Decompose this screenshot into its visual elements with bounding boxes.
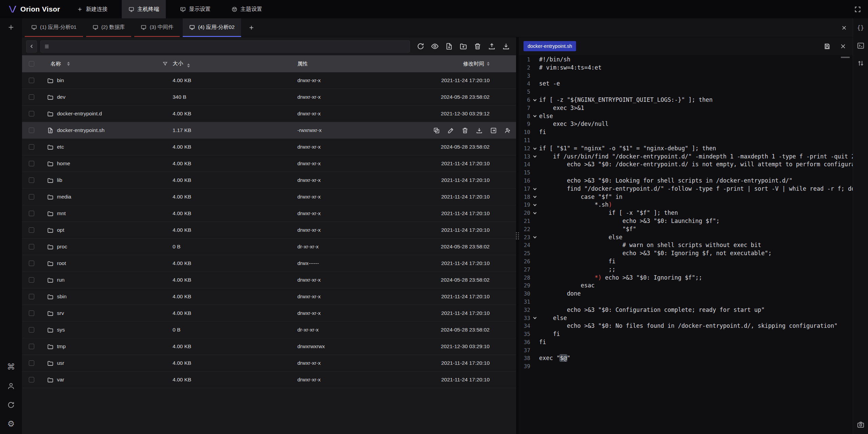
fold-toggle-icon[interactable]	[530, 362, 539, 371]
refresh-icon[interactable]	[417, 42, 425, 50]
row-checkbox[interactable]	[29, 277, 34, 283]
fold-toggle-icon[interactable]	[530, 56, 539, 64]
fold-toggle-icon[interactable]	[530, 80, 539, 88]
upload-icon[interactable]	[488, 42, 496, 50]
table-row[interactable]: dev 340 B drwxr-xr-x 2024-05-28 23:58:02	[22, 89, 516, 106]
table-row[interactable]: run 4.00 KB drwxr-xr-x 2024-05-28 23:58:…	[22, 272, 516, 288]
fold-toggle-icon[interactable]	[530, 112, 539, 120]
fold-toggle-icon[interactable]	[530, 193, 539, 201]
delete-icon[interactable]	[474, 42, 481, 50]
row-checkbox[interactable]	[29, 194, 34, 200]
row-checkbox[interactable]	[29, 377, 34, 382]
snippet-braces-icon[interactable]: {}	[856, 23, 865, 33]
code-area[interactable]: 1 #!/bin/sh 2 # vim:sw=4:ts=4:et 3 4 set…	[519, 55, 853, 434]
sort-size-icon[interactable]	[187, 63, 190, 68]
close-tabs-icon[interactable]	[841, 24, 847, 31]
fold-toggle-icon[interactable]	[530, 298, 539, 306]
fold-toggle-icon[interactable]	[530, 330, 539, 338]
table-row[interactable]: home 4.00 KB drwxr-xr-x 2021-11-24 17:20…	[22, 155, 516, 172]
edit-icon[interactable]	[447, 127, 454, 134]
column-size[interactable]: 大小	[173, 60, 297, 68]
row-delete-icon[interactable]	[461, 127, 469, 134]
table-row[interactable]: docker-entrypoint.d 4.00 KB drwxr-xr-x 2…	[22, 106, 516, 122]
table-row[interactable]: docker-entrypoint.sh 1.17 KB -rwxrwxr-x …	[22, 122, 516, 139]
fold-toggle-icon[interactable]	[530, 120, 539, 128]
terminal-panel-icon[interactable]	[856, 41, 865, 50]
row-checkbox[interactable]	[29, 344, 34, 349]
new-panel-plus-icon[interactable]	[6, 22, 16, 32]
fold-toggle-icon[interactable]	[530, 64, 539, 72]
tab-app-analysis-01[interactable]: (1) 应用-分析01	[25, 18, 83, 37]
fold-toggle-icon[interactable]	[530, 201, 539, 209]
fold-toggle-icon[interactable]	[530, 266, 539, 274]
row-checkbox[interactable]	[29, 128, 34, 133]
row-checkbox[interactable]	[29, 360, 34, 366]
save-icon[interactable]	[824, 43, 831, 50]
fullscreen-icon[interactable]	[854, 6, 861, 13]
fold-toggle-icon[interactable]	[530, 185, 539, 193]
fold-toggle-icon[interactable]	[530, 274, 539, 282]
panel-splitter[interactable]	[516, 37, 519, 434]
table-row[interactable]: usr 4.00 KB drwxr-xr-x 2021-11-24 17:20:…	[22, 355, 516, 372]
row-checkbox[interactable]	[29, 111, 34, 116]
table-row[interactable]: var 4.00 KB drwxr-xr-x 2021-11-24 17:20:…	[22, 372, 516, 388]
fold-toggle-icon[interactable]	[530, 249, 539, 258]
fold-toggle-icon[interactable]	[530, 338, 539, 346]
move-icon[interactable]	[490, 127, 497, 134]
column-modified[interactable]: 修改时间	[433, 60, 516, 68]
table-row[interactable]: bin 4.00 KB drwxr-xr-x 2021-11-24 17:20:…	[22, 72, 516, 89]
fold-toggle-icon[interactable]	[530, 104, 539, 112]
close-editor-icon[interactable]	[840, 43, 847, 50]
table-row[interactable]: proc 0 B dr-xr-xr-x 2024-05-28 23:58:02	[22, 239, 516, 255]
row-download-icon[interactable]	[476, 127, 483, 134]
table-row[interactable]: sbin 4.00 KB drwxr-xr-x 2021-11-24 17:20…	[22, 288, 516, 305]
fold-toggle-icon[interactable]	[530, 169, 539, 177]
new-tab-button[interactable]	[248, 24, 255, 31]
row-checkbox[interactable]	[29, 161, 34, 166]
fold-toggle-icon[interactable]	[530, 354, 539, 362]
fold-toggle-icon[interactable]	[530, 88, 539, 96]
row-checkbox[interactable]	[29, 310, 34, 316]
fold-toggle-icon[interactable]	[530, 128, 539, 136]
sort-name-icon[interactable]	[67, 62, 70, 66]
row-checkbox[interactable]	[29, 211, 34, 216]
row-checkbox[interactable]	[29, 177, 34, 183]
row-checkbox[interactable]	[29, 94, 34, 100]
screenshot-camera-icon[interactable]	[856, 420, 865, 429]
command-shortcut-icon[interactable]: ⌘	[6, 362, 16, 372]
row-checkbox[interactable]	[29, 327, 34, 333]
row-checkbox[interactable]	[29, 144, 34, 150]
tab-database[interactable]: (2) 数据库	[86, 18, 132, 37]
row-checkbox[interactable]	[29, 244, 34, 249]
user-icon[interactable]	[6, 381, 16, 391]
new-file-icon[interactable]	[445, 42, 453, 50]
row-checkbox[interactable]	[29, 294, 34, 299]
settings-gear-icon[interactable]: ⚙	[6, 419, 16, 429]
fold-toggle-icon[interactable]	[530, 145, 539, 153]
fold-toggle-icon[interactable]	[530, 241, 539, 249]
list-icon[interactable]	[44, 44, 50, 49]
table-row[interactable]: opt 4.00 KB drwxr-xr-x 2021-11-24 17:20:…	[22, 222, 516, 239]
back-button[interactable]	[26, 40, 37, 53]
download-icon[interactable]	[502, 42, 510, 50]
fold-toggle-icon[interactable]	[530, 153, 539, 161]
table-row[interactable]: lib 4.00 KB drwxr-xr-x 2021-11-24 17:20:…	[22, 172, 516, 189]
table-row[interactable]: tmp 4.00 KB drwxrwxrwx 2021-12-30 03:29:…	[22, 338, 516, 355]
new-folder-icon[interactable]	[459, 42, 467, 50]
fold-toggle-icon[interactable]	[530, 217, 539, 225]
fold-toggle-icon[interactable]	[530, 282, 539, 290]
column-name[interactable]: 名称	[41, 60, 173, 68]
row-checkbox[interactable]	[29, 261, 34, 266]
select-all-checkbox[interactable]	[29, 61, 34, 67]
table-row[interactable]: srv 4.00 KB drwxr-xr-x 2021-11-24 17:20:…	[22, 305, 516, 322]
row-checkbox[interactable]	[29, 78, 34, 83]
fold-toggle-icon[interactable]	[530, 96, 539, 104]
tab-middleware[interactable]: (3) 中间件	[134, 18, 180, 37]
fold-toggle-icon[interactable]	[530, 306, 539, 314]
scrollbar-thumb[interactable]	[841, 57, 850, 58]
nav-item-host-terminal[interactable]: 主机终端	[122, 0, 166, 18]
fold-toggle-icon[interactable]	[530, 209, 539, 217]
fold-toggle-icon[interactable]	[530, 225, 539, 233]
fold-toggle-icon[interactable]	[530, 322, 539, 330]
open-file-chip[interactable]: docker-entrypoint.sh	[524, 41, 576, 51]
